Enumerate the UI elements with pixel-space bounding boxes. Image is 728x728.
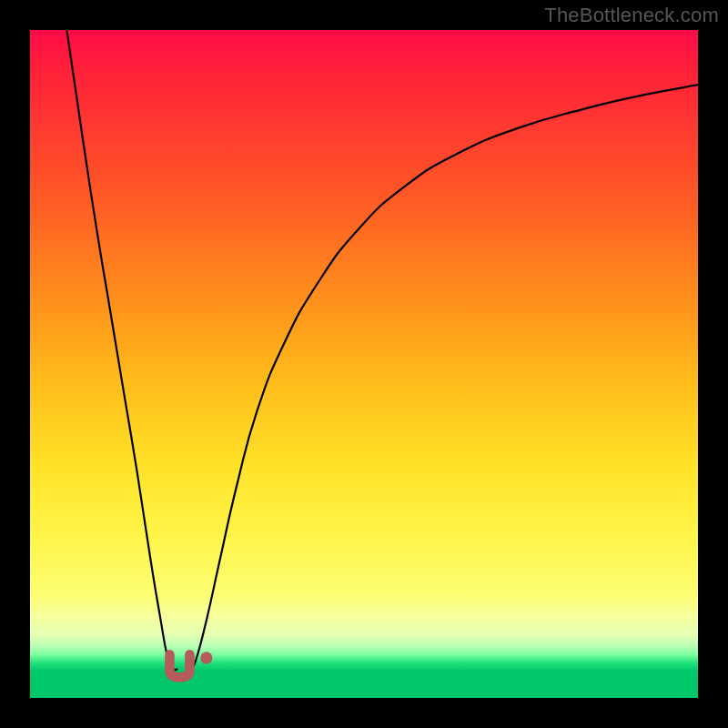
curve-left-branch bbox=[66, 30, 177, 670]
marker-dot bbox=[200, 652, 212, 663]
watermark-text: TheBottleneck.com bbox=[544, 4, 719, 27]
chart-svg bbox=[30, 30, 698, 698]
chart-plot-area bbox=[30, 30, 698, 698]
curve-right-branch bbox=[192, 85, 698, 669]
marker-u-blob bbox=[169, 654, 189, 677]
chart-markers bbox=[169, 652, 212, 677]
